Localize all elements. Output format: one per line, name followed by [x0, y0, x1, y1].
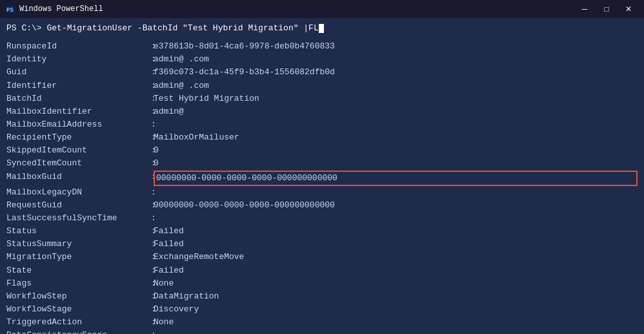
prop-sep-0: :: [148, 40, 154, 53]
prop-val-5: admin@: [154, 105, 638, 118]
prop-name-14: Status: [6, 225, 148, 238]
prop-val-11: [154, 186, 638, 199]
prop-sep-14: :: [148, 225, 154, 238]
prop-val-15: Failed: [154, 238, 638, 251]
prop-val-3: admin@ .com: [154, 79, 638, 92]
prop-val-6: [154, 118, 638, 131]
titlebar: PS Windows PowerShell ─ □ ✕: [0, 0, 644, 18]
console-area: PS C:\> Get-MigrationUser -BatchId "Test…: [0, 18, 644, 334]
prop-name-9: SyncedItemCount: [6, 157, 148, 170]
prop-sep-11: :: [148, 186, 154, 199]
prompt: PS C:\>: [6, 23, 42, 33]
maximize-button[interactable]: □: [596, 3, 617, 16]
prop-name-19: WorkflowStep: [6, 290, 148, 303]
prop-name-6: MailboxEmailAddress: [6, 118, 148, 131]
prop-name-8: SkippedItemCount: [6, 144, 148, 157]
prop-val-9: 0: [154, 157, 638, 170]
close-button[interactable]: ✕: [618, 3, 639, 16]
prop-name-15: StatusSummary: [6, 238, 148, 251]
prop-sep-9: :: [148, 157, 154, 170]
prop-val-20: Discovery: [154, 303, 638, 316]
prop-sep-15: :: [148, 238, 154, 251]
prop-val-16: ExchangeRemoteMove: [154, 251, 638, 264]
prop-val-17: Failed: [154, 264, 638, 277]
prop-name-22: DataConsistencyScore: [6, 329, 148, 334]
window-title: Windows PowerShell: [19, 5, 574, 14]
prop-name-12: RequestGuid: [6, 199, 148, 212]
prop-sep-18: :: [148, 277, 154, 290]
prop-val-4: Test Hybrid Migration: [154, 92, 638, 105]
prop-sep-7: :: [148, 131, 154, 144]
prop-val-22: [154, 329, 638, 334]
prop-sep-3: :: [148, 79, 154, 92]
prop-sep-19: :: [148, 290, 154, 303]
prop-name-5: MailboxIdentifier: [6, 105, 148, 118]
prop-val-2: f369c073-dc1a-45f9-b3b4-1556082dfb0d: [154, 66, 638, 79]
prop-sep-6: :: [148, 118, 154, 131]
prop-val-7: MailboxOrMailuser: [154, 131, 638, 144]
prop-sep-12: :: [148, 199, 154, 212]
prop-name-1: Identity: [6, 53, 148, 66]
prop-sep-20: :: [148, 303, 154, 316]
svg-text:PS: PS: [6, 7, 14, 14]
prop-sep-16: :: [148, 251, 154, 264]
prop-val-0: e378613b-8d01-4ca6-9978-deb0b4760833: [154, 40, 638, 53]
command-line: PS C:\> Get-MigrationUser -BatchId "Test…: [6, 22, 638, 35]
prop-val-12: 00000000-0000-0000-0000-000000000000: [154, 199, 638, 212]
prop-name-0: RunspaceId: [6, 40, 148, 53]
prop-sep-2: :: [148, 66, 154, 79]
prop-val-14: Failed: [154, 225, 638, 238]
prop-name-16: MigrationType: [6, 251, 148, 264]
prop-sep-13: :: [148, 212, 154, 225]
prop-name-18: Flags: [6, 277, 148, 290]
prop-name-4: BatchId: [6, 92, 148, 105]
prop-val-18: None: [154, 277, 638, 290]
window-controls: ─ □ ✕: [574, 3, 639, 16]
prop-sep-5: :: [148, 105, 154, 118]
cursor: [319, 24, 324, 33]
minimize-button[interactable]: ─: [574, 3, 595, 16]
prop-sep-22: :: [148, 329, 154, 334]
prop-val-10: 00000000-0000-0000-0000-000000000000: [154, 171, 638, 186]
prop-sep-8: :: [148, 144, 154, 157]
prop-name-13: LastSuccessfulSyncTime: [6, 212, 148, 225]
prop-val-13: [154, 212, 638, 225]
prop-sep-21: :: [148, 316, 154, 329]
prop-name-20: WorkflowStage: [6, 303, 148, 316]
prop-name-21: TriggeredAction: [6, 316, 148, 329]
prop-sep-4: :: [148, 92, 154, 105]
properties-table: RunspaceId:e378613b-8d01-4ca6-9978-deb0b…: [6, 40, 638, 334]
prop-name-17: State: [6, 264, 148, 277]
prop-sep-17: :: [148, 264, 154, 277]
prop-val-19: DataMigration: [154, 290, 638, 303]
prop-val-8: 0: [154, 144, 638, 157]
prop-name-2: Guid: [6, 66, 148, 79]
prop-name-11: MailboxLegacyDN: [6, 186, 148, 199]
app-icon: PS: [5, 4, 15, 14]
prop-name-10: MailboxGuid: [6, 171, 148, 186]
prop-sep-10: :: [148, 171, 154, 186]
prop-val-1: admin@ .com: [154, 53, 638, 66]
prop-name-7: RecipientType: [6, 131, 148, 144]
prop-val-21: None: [154, 316, 638, 329]
prop-sep-1: :: [148, 53, 154, 66]
command-text: Get-MigrationUser -BatchId "Test Hybrid …: [46, 23, 318, 33]
prop-name-3: Identifier: [6, 79, 148, 92]
